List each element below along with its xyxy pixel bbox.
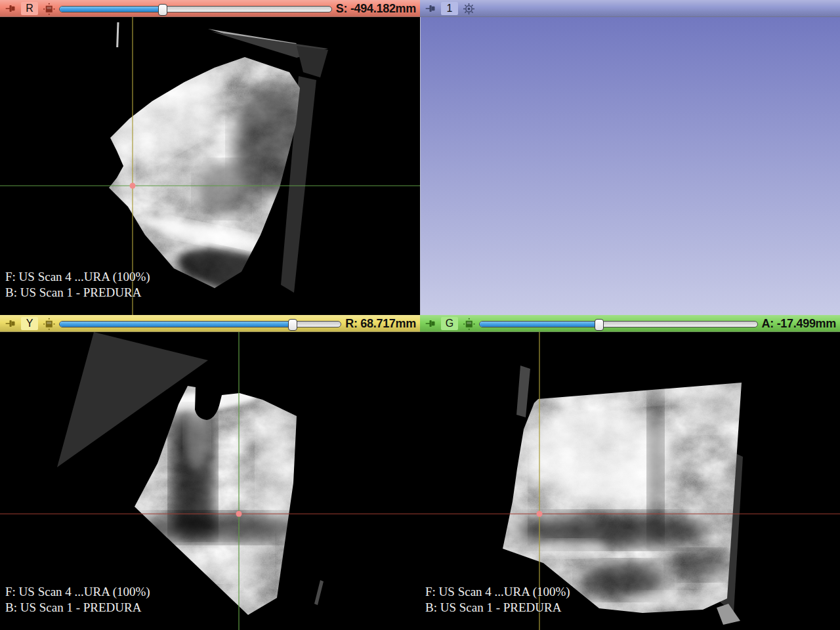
fourup-view-layout: R S: -494.182mm	[0, 0, 840, 630]
threed-controller-bar: 1	[420, 0, 840, 17]
pin-icon[interactable]	[424, 317, 437, 330]
red-slice-controller-bar: R S: -494.182mm	[0, 0, 420, 17]
crosshair-dot[interactable]	[130, 183, 136, 189]
view-menu-cube-icon[interactable]	[462, 317, 475, 330]
crosshair-dot[interactable]	[236, 511, 242, 517]
yellow-slice-offset-value: R: 68.717mm	[345, 317, 416, 331]
pin-icon[interactable]	[4, 317, 17, 330]
slider-handle[interactable]	[595, 319, 604, 331]
green-view-label[interactable]: G	[441, 317, 458, 330]
crosshair-dot[interactable]	[537, 511, 543, 517]
slider-fill	[480, 322, 599, 327]
slider-track[interactable]	[479, 321, 758, 327]
red-slice-pane: R S: -494.182mm	[0, 0, 420, 315]
red-view-label[interactable]: R	[21, 2, 38, 15]
red-slice-offset-slider[interactable]	[59, 2, 332, 15]
green-slice-controller-bar: G A: -17.499mm	[420, 315, 840, 332]
slider-fill	[60, 322, 293, 327]
threed-viewport[interactable]	[420, 17, 840, 315]
pin-icon[interactable]	[424, 2, 437, 15]
view-menu-cube-icon[interactable]	[42, 317, 55, 330]
center-view-crosshair-icon[interactable]	[462, 2, 475, 15]
green-slice-offset-slider[interactable]	[479, 317, 758, 330]
yellow-slice-controller-bar: Y R: 68.717mm	[0, 315, 420, 332]
slider-handle[interactable]	[158, 4, 167, 16]
yellow-slice-pane: Y R: 68.717mm	[0, 315, 420, 630]
pin-icon[interactable]	[4, 2, 17, 15]
yellow-slice-viewport[interactable]: F: US Scan 4 ...URA (100%) B: US Scan 1 …	[0, 332, 420, 630]
slider-track[interactable]	[59, 321, 341, 327]
yellow-slice-offset-slider[interactable]	[59, 317, 341, 330]
red-slice-offset-value: S: -494.182mm	[336, 2, 416, 16]
yellow-view-label[interactable]: Y	[21, 317, 38, 330]
red-slice-viewport[interactable]: F: US Scan 4 ...URA (100%) B: US Scan 1 …	[0, 17, 420, 315]
threed-pane: 1	[420, 0, 840, 315]
slider-fill	[60, 7, 163, 12]
view-menu-cube-icon[interactable]	[42, 2, 55, 15]
threed-view-label[interactable]: 1	[441, 2, 458, 15]
slider-track[interactable]	[59, 6, 332, 12]
green-slice-offset-value: A: -17.499mm	[762, 317, 836, 331]
green-slice-viewport[interactable]: F: US Scan 4 ...URA (100%) B: US Scan 1 …	[420, 332, 840, 630]
slider-handle[interactable]	[288, 319, 297, 331]
green-slice-pane: G A: -17.499mm	[420, 315, 840, 630]
